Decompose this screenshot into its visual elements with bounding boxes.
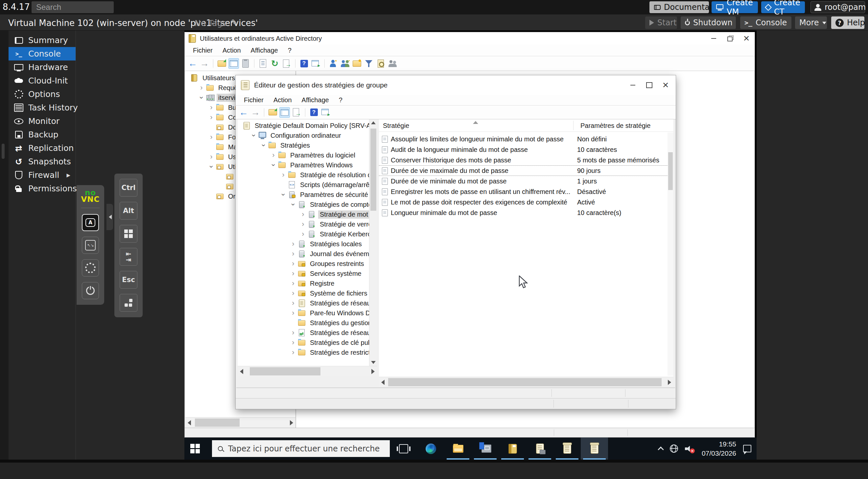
settings-button[interactable] — [82, 260, 99, 276]
chevron-icon[interactable] — [289, 309, 298, 317]
taskbar-app-button[interactable] — [526, 438, 554, 459]
toolbar-icon[interactable] — [258, 58, 268, 69]
search-input[interactable] — [32, 1, 114, 13]
user-menu-button[interactable]: root@pam — [810, 1, 865, 13]
virtual-key-button[interactable] — [120, 225, 137, 243]
toolbar-icon[interactable] — [279, 107, 290, 118]
toolbar-icon[interactable] — [305, 108, 305, 117]
tree-item[interactable]: Système de fichiers — [238, 288, 369, 298]
policy-row[interactable]: Le mot de passe doit respecter des exige… — [379, 197, 674, 207]
toolbar-icon[interactable] — [311, 58, 321, 69]
close-button[interactable] — [657, 75, 674, 95]
column-header-strategie[interactable]: Stratégie — [383, 122, 409, 129]
chevron-icon[interactable] — [207, 153, 216, 161]
toolbar-icon[interactable] — [324, 59, 325, 68]
sidebar-item[interactable]: Console — [8, 47, 75, 60]
tree-item[interactable]: Stratégies — [238, 140, 369, 150]
minimize-button[interactable] — [705, 32, 722, 45]
menu-item[interactable]: ? — [334, 96, 347, 104]
extra-keys-toggle-button[interactable]: A — [82, 214, 99, 231]
toolbar-icon[interactable] — [217, 58, 227, 69]
start-menu-button[interactable] — [184, 438, 206, 459]
tree-item[interactable]: Stratégies locales — [238, 239, 369, 249]
fullscreen-button[interactable] — [82, 237, 99, 254]
taskbar-app-button[interactable] — [581, 438, 608, 459]
toolbar-icon[interactable] — [328, 58, 339, 69]
gpo-tree-hscrollbar[interactable] — [238, 366, 377, 377]
sidebar-item[interactable]: Backup — [8, 128, 75, 141]
tree-item[interactable]: Paramètres Windows — [238, 160, 369, 170]
toolbar-icon[interactable] — [387, 58, 398, 69]
sidebar-item[interactable]: Hardware — [8, 60, 75, 74]
action-center-icon[interactable] — [743, 445, 751, 452]
chevron-icon[interactable] — [197, 93, 206, 102]
scrollbar-thumb[interactable] — [250, 367, 320, 376]
policy-row[interactable]: Durée de vie minimale du mot de passe 1 … — [379, 176, 674, 186]
chevron-icon[interactable] — [269, 161, 278, 169]
toolbar-icon[interactable] — [264, 108, 264, 117]
sidebar-item[interactable]: Summary — [8, 33, 75, 47]
scroll-left-icon[interactable] — [240, 369, 243, 374]
chevron-icon[interactable] — [289, 328, 298, 337]
chevron-icon[interactable] — [207, 103, 216, 112]
tree-item[interactable]: Stratégie Default Domain Policy [SRV-A — [238, 121, 369, 130]
menu-item[interactable]: Action — [269, 96, 297, 104]
volume-muted-icon[interactable]: × — [685, 445, 695, 453]
scroll-right-icon[interactable] — [290, 420, 293, 425]
sidebar-item[interactable]: Permissions — [8, 182, 75, 195]
chevron-icon[interactable] — [299, 220, 307, 229]
splitter-grip[interactable] — [2, 144, 5, 159]
tree-item[interactable]: Stratégie Kerbero — [238, 229, 369, 239]
toolbar-icon[interactable] — [375, 58, 386, 69]
column-divider[interactable] — [573, 121, 574, 130]
gpo-titlebar[interactable]: Éditeur de gestion des stratégies de gro… — [236, 75, 676, 95]
chevron-icon[interactable] — [289, 260, 298, 268]
scroll-left-icon[interactable] — [381, 380, 384, 385]
policy-row[interactable]: Longueur minimale du mot de passe 10 car… — [379, 207, 674, 218]
toolbar-icon[interactable] — [213, 59, 213, 68]
vnc-screen[interactable]: Utilisateurs et ordinateurs Active Direc… — [184, 31, 756, 459]
toolbar-icon[interactable] — [281, 58, 292, 69]
taskbar-app-button[interactable] — [390, 438, 417, 459]
help-button[interactable]: ? Help — [831, 17, 864, 29]
toolbar-icon[interactable] — [268, 107, 278, 118]
toolbar-icon[interactable] — [299, 58, 309, 69]
policy-row[interactable]: Assouplir les limites de longueur minima… — [379, 134, 674, 144]
chevron-icon[interactable] — [299, 230, 307, 238]
policy-row[interactable]: Enregistrer les mots de passe en utilisa… — [379, 186, 674, 197]
start-button[interactable]: Start — [645, 17, 677, 29]
chevron-icon[interactable] — [197, 84, 206, 92]
chevron-icon[interactable] — [289, 348, 298, 357]
create-ct-button[interactable]: Create CT — [761, 1, 805, 13]
minimize-button[interactable] — [624, 75, 641, 95]
tree-item[interactable]: Stratégie de verro — [238, 219, 369, 229]
documentation-button[interactable]: Documentation — [649, 1, 709, 13]
ad-tree-hscrollbar[interactable] — [185, 417, 296, 428]
toolbar-icon[interactable] — [187, 58, 198, 69]
edit-tags-icon[interactable]: ✎ — [231, 18, 238, 27]
sidebar-item[interactable]: Task History — [8, 101, 75, 114]
sidebar-item[interactable]: Replication — [8, 141, 75, 155]
chevron-icon[interactable] — [207, 133, 216, 141]
scroll-up-icon[interactable] — [371, 121, 376, 124]
taskbar-app-button[interactable] — [417, 438, 444, 459]
collapsed-tree-rail[interactable] — [0, 31, 8, 459]
menu-item[interactable]: Action — [218, 47, 246, 54]
sidebar-item[interactable]: Firewall — [8, 168, 75, 182]
shutdown-button[interactable]: Shutdown — [681, 17, 736, 29]
chevron-icon[interactable] — [269, 151, 278, 159]
menu-item[interactable]: Fichier — [239, 96, 269, 104]
sidebar-item[interactable]: Monitor — [8, 114, 75, 128]
toolbar-icon[interactable] — [238, 107, 249, 118]
close-button[interactable] — [738, 32, 754, 45]
scrollbar-thumb[interactable] — [370, 128, 376, 211]
restore-button[interactable] — [722, 32, 738, 45]
toolbar-icon[interactable] — [352, 58, 362, 69]
tree-item[interactable]: Stratégies du gestion — [238, 318, 369, 328]
create-vm-button[interactable]: Create VM — [712, 1, 758, 13]
chevron-icon[interactable] — [289, 249, 298, 258]
policy-row[interactable]: Durée de vie maximale du mot de passe 90… — [379, 166, 674, 176]
virtual-key-button[interactable]: Esc — [120, 271, 137, 289]
toolbar-icon[interactable] — [364, 58, 374, 69]
tree-item[interactable]: Stratégies de réseau s — [238, 328, 369, 338]
